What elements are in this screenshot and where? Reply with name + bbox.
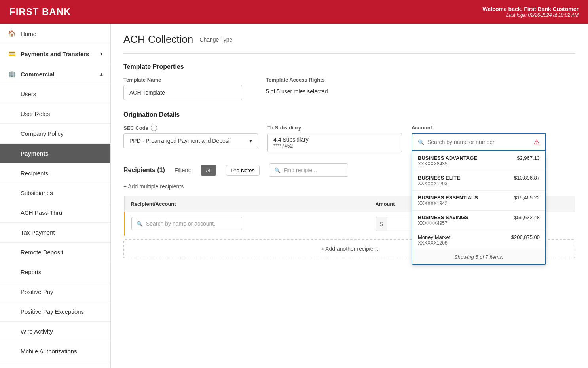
account-number: XXXXXX4957 (418, 220, 469, 226)
origination-details-title: Origination Details (123, 111, 575, 118)
sidebar-item-label: Positive Pay Exceptions (21, 308, 84, 315)
sidebar-item-payments-and-transfers[interactable]: 💳 Payments and Transfers ▾ (0, 44, 110, 64)
add-multiple-recipients-link[interactable]: + Add multiple recipients (123, 183, 184, 190)
search-icon: 🔍 (274, 167, 281, 173)
header: FIRST BANK Welcome back, First Bank Cust… (0, 0, 588, 24)
sidebar-item-company-policy[interactable]: Company Policy (0, 124, 110, 144)
sec-code-value: PPD - Prearranged Payment and Deposi (129, 138, 230, 144)
sidebar-item-label: Reports (21, 269, 42, 275)
account-name: Money Market (418, 234, 450, 240)
account-row: BUSINESS ADVANTAGE XXXXXX8435 $2,967.13 (418, 155, 540, 167)
home-icon: 🏠 (8, 30, 16, 37)
recipient-search-box[interactable]: 🔍 Search by name or account. (131, 217, 242, 230)
sidebar-item-label: Payments and Transfers (21, 51, 89, 57)
sidebar-item-wire-activity[interactable]: Wire Activity (0, 322, 110, 341)
subsidiary-account: ****7452 (273, 143, 396, 149)
template-properties-fields: Template Name Template Access Rights 5 o… (123, 77, 575, 100)
sidebar-item-tax-payment[interactable]: Tax Payment (0, 223, 110, 243)
sidebar: 🏠 Home 💳 Payments and Transfers ▾ 🏢 Comm… (0, 24, 111, 368)
sec-code-group: SEC Code i PPD - Prearranged Payment and… (123, 125, 258, 148)
sidebar-item-reports[interactable]: Reports (0, 262, 110, 282)
account-item-money-market[interactable]: Money Market XXXXXX1208 $206,875.00 (412, 230, 545, 250)
col-recipient-account: Recipient/Account (124, 196, 369, 212)
sidebar-item-commercial[interactable]: 🏢 Commercial ▴ (0, 64, 110, 84)
account-name: BUSINESS ELITE (418, 175, 460, 181)
filter-prenotes-button[interactable]: Pre-Notes (226, 165, 260, 176)
account-number: XXXXXX1203 (418, 181, 460, 186)
account-item-business-savings[interactable]: BUSINESS SAVINGS XXXXXX4957 $59,632.48 (412, 211, 545, 230)
sidebar-item-label: Commercial (21, 71, 55, 78)
account-number: XXXXXX1208 (418, 240, 450, 246)
section-divider (123, 53, 575, 54)
recipient-account-cell: 🔍 Search by name or account. (124, 212, 369, 236)
sidebar-item-label: Remote Deposit (21, 249, 63, 256)
sidebar-item-label: Tax Payment (21, 229, 55, 236)
filters-label: Filters: (175, 167, 191, 173)
find-recipient-box[interactable]: 🔍 Find recipie... (269, 163, 348, 177)
sidebar-item-recipients[interactable]: Recipients (0, 163, 110, 183)
sidebar-item-label: Wire Activity (21, 328, 53, 335)
chevron-down-icon: ▾ (100, 51, 102, 57)
account-details: BUSINESS SAVINGS XXXXXX4957 (418, 214, 469, 226)
account-item-business-elite[interactable]: BUSINESS ELITE XXXXXX1203 $10,896.87 (412, 171, 545, 191)
account-dropdown-container: 🔍 ⚠ BUSINESS ADVANTAGE XXXXXX8435 (412, 133, 546, 151)
sidebar-item-remote-deposit[interactable]: Remote Deposit (0, 243, 110, 262)
account-balance: $15,465.22 (514, 195, 540, 201)
sidebar-item-label: Users (21, 91, 36, 97)
chevron-up-icon: ▴ (100, 71, 102, 77)
sec-code-label: SEC Code (123, 125, 148, 131)
sidebar-item-positive-pay-exceptions[interactable]: Positive Pay Exceptions (0, 302, 110, 322)
recipient-search-placeholder: Search by name or account. (146, 220, 215, 227)
sidebar-item-label: ACH Pass-Thru (21, 209, 62, 216)
access-rights-group: Template Access Rights 5 of 5 user roles… (266, 77, 328, 95)
search-icon: 🔍 (418, 139, 424, 145)
account-details: BUSINESS ADVANTAGE XXXXXX8435 (418, 155, 477, 167)
account-row: BUSINESS ESSENTIALS XXXXXX1942 $15,465.2… (418, 195, 540, 206)
template-name-input[interactable] (123, 85, 242, 100)
account-name: BUSINESS ESSENTIALS (418, 195, 478, 201)
sidebar-item-ach-pass-thru[interactable]: ACH Pass-Thru (0, 203, 110, 223)
sidebar-item-positive-pay[interactable]: Positive Pay (0, 282, 110, 302)
account-item-business-essentials[interactable]: BUSINESS ESSENTIALS XXXXXX1942 $15,465.2… (412, 191, 545, 211)
sec-code-select[interactable]: PPD - Prearranged Payment and Deposi ▾ (123, 133, 258, 148)
account-balance: $59,632.48 (514, 214, 540, 220)
origination-fields-row: SEC Code i PPD - Prearranged Payment and… (123, 125, 575, 152)
account-details: BUSINESS ESSENTIALS XXXXXX1942 (418, 195, 478, 206)
dollar-symbol: $ (376, 217, 387, 231)
account-row: BUSINESS ELITE XXXXXX1203 $10,896.87 (418, 175, 540, 186)
chevron-down-icon: ▾ (249, 138, 252, 144)
info-icon[interactable]: i (151, 125, 157, 131)
account-item-business-advantage[interactable]: BUSINESS ADVANTAGE XXXXXX8435 $2,967.13 (412, 151, 545, 171)
sidebar-item-payments[interactable]: Payments (0, 144, 110, 163)
row-actions-cell (550, 212, 575, 236)
sidebar-item-label: User Roles (21, 110, 50, 117)
to-subsidiary-group: To Subsidiary 4.4 Subsidiary ****7452 (267, 125, 402, 152)
to-subsidiary-label: To Subsidiary (267, 125, 402, 131)
account-details: BUSINESS ELITE XXXXXX1203 (418, 175, 460, 186)
account-group: Account 🔍 ⚠ BUSINESS ADVANTAGE (412, 125, 546, 151)
col-extra (550, 196, 575, 212)
subsidiary-box[interactable]: 4.4 Subsidiary ****7452 (267, 133, 402, 152)
account-search-box[interactable]: 🔍 ⚠ (412, 133, 546, 151)
account-balance: $2,967.13 (517, 155, 540, 161)
sidebar-item-label: Subsidiaries (21, 190, 53, 196)
account-number: XXXXXX1942 (418, 201, 478, 206)
sidebar-item-home[interactable]: 🏠 Home (0, 24, 110, 44)
sidebar-item-subsidiaries[interactable]: Subsidiaries (0, 183, 110, 203)
welcome-text: Welcome back, First Bank Customer (483, 6, 579, 12)
account-balance: $206,875.00 (511, 234, 540, 240)
logo: FIRST BANK (9, 6, 71, 17)
page-title-row: ACH Collection Change Type (123, 33, 575, 46)
change-type-link[interactable]: Change Type (199, 36, 232, 43)
subsidiary-name: 4.4 Subsidiary (273, 137, 396, 143)
template-properties-section: Template Properties Template Name Templa… (123, 63, 575, 100)
sidebar-item-label: Home (21, 30, 36, 37)
sidebar-item-mobile-authorizations[interactable]: Mobile Authorizations (0, 341, 110, 361)
sidebar-item-label: Payments (21, 150, 49, 157)
sidebar-item-user-roles[interactable]: User Roles (0, 104, 110, 124)
account-search-input[interactable] (427, 139, 530, 145)
template-name-group: Template Name (123, 77, 242, 100)
filter-all-button[interactable]: All (201, 165, 216, 176)
sidebar-item-users[interactable]: Users (0, 84, 110, 104)
account-number: XXXXXX8435 (418, 161, 477, 167)
